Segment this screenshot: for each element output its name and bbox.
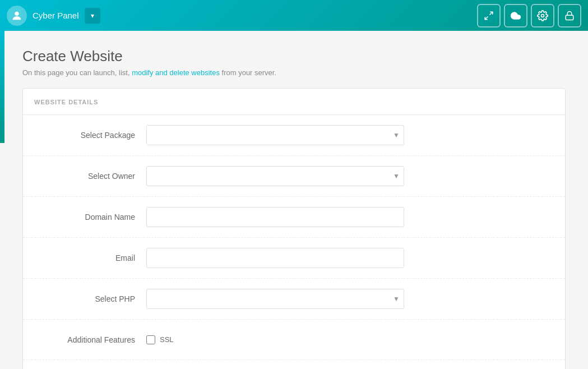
brand-dropdown[interactable]: ▾ bbox=[85, 8, 100, 24]
avatar bbox=[7, 6, 27, 26]
select-owner-row: Select Owner ▼ bbox=[23, 156, 565, 197]
svg-rect-4 bbox=[566, 15, 573, 20]
select-php-label: Select PHP bbox=[34, 294, 146, 303]
submit-row: Create Website bbox=[23, 360, 565, 369]
gear-icon-button[interactable] bbox=[531, 4, 554, 27]
header-right bbox=[477, 4, 581, 27]
ssl-label: SSL bbox=[160, 335, 174, 344]
domain-name-row: Domain Name bbox=[23, 197, 565, 238]
additional-features-label: Additional Features bbox=[34, 335, 146, 344]
main-content: Create Website On this page you can laun… bbox=[0, 31, 588, 369]
subtitle-link[interactable]: modify and delete websites bbox=[132, 68, 220, 77]
svg-point-0 bbox=[15, 11, 18, 15]
email-control bbox=[146, 248, 404, 268]
header: Cyber Panel ▾ bbox=[0, 0, 588, 31]
email-input[interactable] bbox=[146, 248, 404, 268]
cloud-icon-button[interactable] bbox=[504, 4, 527, 27]
card-header: WEBSITE DETAILS bbox=[23, 89, 565, 115]
page-subtitle: On this page you can launch, list, modif… bbox=[22, 68, 566, 77]
card-header-title: WEBSITE DETAILS bbox=[34, 99, 98, 105]
svg-line-2 bbox=[485, 16, 488, 19]
lock-icon-button[interactable] bbox=[558, 4, 581, 27]
page-title: Create Website bbox=[22, 48, 566, 65]
domain-name-label: Domain Name bbox=[34, 213, 146, 222]
svg-point-3 bbox=[541, 14, 544, 17]
side-indicator bbox=[0, 31, 4, 143]
select-php-row: Select PHP ▼ bbox=[23, 279, 565, 320]
select-php-input[interactable] bbox=[146, 289, 404, 309]
svg-line-1 bbox=[490, 12, 493, 15]
header-left: Cyber Panel ▾ bbox=[7, 6, 100, 26]
ssl-checkbox[interactable] bbox=[146, 335, 155, 344]
additional-features-row: Additional Features SSL bbox=[23, 320, 565, 360]
checkbox-group: SSL bbox=[146, 335, 404, 344]
website-details-card: WEBSITE DETAILS Select Package ▼ Select … bbox=[22, 88, 566, 369]
additional-features-control: SSL bbox=[146, 335, 404, 344]
select-owner-wrapper: ▼ bbox=[146, 166, 404, 186]
select-package-wrapper: ▼ bbox=[146, 125, 404, 145]
select-package-label: Select Package bbox=[34, 131, 146, 140]
expand-icon-button[interactable] bbox=[477, 4, 501, 27]
select-package-input[interactable] bbox=[146, 125, 404, 145]
email-label: Email bbox=[34, 253, 146, 262]
select-owner-input[interactable] bbox=[146, 166, 404, 186]
brand-name: Cyber Panel bbox=[33, 11, 79, 20]
domain-name-control bbox=[146, 207, 404, 227]
domain-name-input[interactable] bbox=[146, 207, 404, 227]
select-owner-label: Select Owner bbox=[34, 172, 146, 181]
email-row: Email bbox=[23, 238, 565, 279]
select-package-row: Select Package ▼ bbox=[23, 115, 565, 156]
select-php-wrapper: ▼ bbox=[146, 289, 404, 309]
